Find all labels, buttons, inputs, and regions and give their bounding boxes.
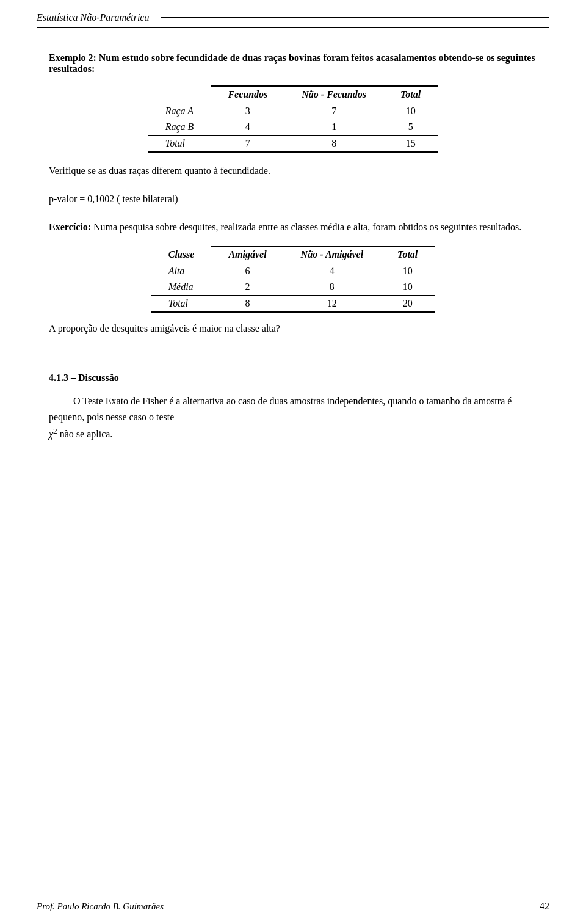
table1-racaa-label: Raça A — [148, 103, 211, 120]
table2: Classe Amigável Não - Amigável Total Alt… — [151, 246, 435, 313]
discussion-body: O Teste Exato de Fisher é a alternativa … — [49, 396, 512, 422]
table1-racaa-total: 10 — [383, 103, 438, 120]
table1-col-empty — [148, 86, 211, 103]
table1-col-total: Total — [383, 86, 438, 103]
table1-header-row: Fecundos Não - Fecundos Total — [148, 86, 438, 103]
table1-racab-fec: 4 — [211, 119, 284, 136]
verify-text: Verifique se as duas raças diferem quant… — [49, 164, 537, 178]
page-container: Estatística Não-Paramétrica Exemplo 2: N… — [0, 0, 586, 924]
table2-wrapper: Classe Amigável Não - Amigável Total Alt… — [49, 246, 537, 313]
table-row: Raça B 4 1 5 — [148, 119, 438, 136]
example-intro: : Num estudo sobre fecundidade de duas r… — [49, 53, 535, 74]
table2-col-amigavel: Amigável — [211, 246, 283, 263]
section-title: 4.1.3 – Discussão — [49, 373, 537, 384]
table1-col-fecundos: Fecundos — [211, 86, 284, 103]
table1: Fecundos Não - Fecundos Total Raça A 3 7… — [148, 85, 438, 153]
header-divider — [161, 17, 549, 18]
table1-total-label: Total — [148, 136, 211, 153]
table1-racaa-fec: 3 — [211, 103, 284, 120]
table2-total-total: 20 — [380, 296, 435, 313]
table2-media-naoamig: 8 — [284, 279, 381, 296]
table2-alta-label: Alta — [151, 263, 212, 280]
page-header: Estatística Não-Paramétrica — [37, 12, 549, 28]
table2-col-classe: Classe — [151, 246, 212, 263]
footer-page: 42 — [540, 901, 549, 912]
example-label: Exemplo 2 — [49, 53, 93, 63]
table1-racab-total: 5 — [383, 119, 438, 136]
proportion-text: A proporção de desquites amigáveis é mai… — [49, 321, 537, 336]
table1-total-naofec: 8 — [284, 136, 383, 153]
example-title: Exemplo 2: Num estudo sobre fecundidade … — [49, 53, 537, 75]
table2-alta-amig: 6 — [211, 263, 283, 280]
main-content: Exemplo 2: Num estudo sobre fecundidade … — [37, 53, 549, 442]
table2-media-label: Média — [151, 279, 212, 296]
table2-col-total: Total — [380, 246, 435, 263]
chi-symbol: χ — [49, 429, 53, 440]
table1-total-fec: 7 — [211, 136, 284, 153]
table-row: Alta 6 4 10 — [151, 263, 435, 280]
table2-media-amig: 2 — [211, 279, 283, 296]
table-row: Total 8 12 20 — [151, 296, 435, 313]
header-title: Estatística Não-Paramétrica — [37, 12, 149, 23]
table2-total-label: Total — [151, 296, 212, 313]
table1-total-total: 15 — [383, 136, 438, 153]
page-footer: Prof. Paulo Ricardo B. Guimarães 42 — [37, 897, 549, 912]
chi-superscript: 2 — [53, 426, 57, 435]
table2-header-row: Classe Amigável Não - Amigável Total — [151, 246, 435, 263]
table1-racaa-naofec: 7 — [284, 103, 383, 120]
table2-col-naoamigavel: Não - Amigável — [284, 246, 381, 263]
table2-alta-naoamig: 4 — [284, 263, 381, 280]
table1-racab-label: Raça B — [148, 119, 211, 136]
chi-suffix: não se aplica. — [57, 429, 113, 440]
table2-total-naoamig: 12 — [284, 296, 381, 313]
table2-alta-total: 10 — [380, 263, 435, 280]
discussion-text: O Teste Exato de Fisher é a alternativa … — [49, 393, 537, 442]
footer-author: Prof. Paulo Ricardo B. Guimarães — [37, 901, 164, 912]
table1-wrapper: Fecundos Não - Fecundos Total Raça A 3 7… — [49, 85, 537, 153]
table-row: Total 7 8 15 — [148, 136, 438, 153]
exercise-label: Exercício: — [49, 222, 91, 232]
exercise-block: Exercício: Numa pesquisa sobre desquites… — [49, 220, 537, 235]
exercise-text: Exercício: Numa pesquisa sobre desquites… — [49, 220, 537, 235]
table1-racab-naofec: 1 — [284, 119, 383, 136]
table1-col-naofecundos: Não - Fecundos — [284, 86, 383, 103]
table2-total-amig: 8 — [211, 296, 283, 313]
pvalue-text: p-valor = 0,1002 ( teste bilateral) — [49, 192, 537, 206]
table-row: Média 2 8 10 — [151, 279, 435, 296]
table-row: Raça A 3 7 10 — [148, 103, 438, 120]
table2-media-total: 10 — [380, 279, 435, 296]
exercise-body: Numa pesquisa sobre desquites, realizada… — [91, 222, 521, 232]
